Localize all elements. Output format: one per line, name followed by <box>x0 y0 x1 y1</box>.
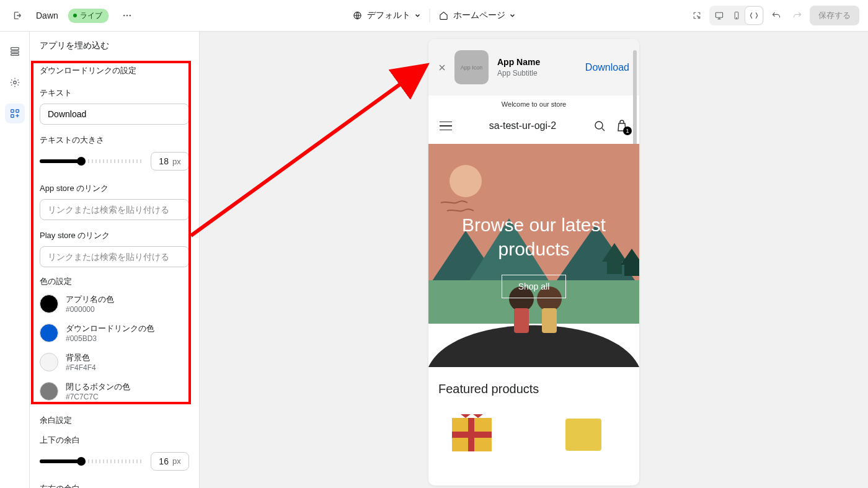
color-name: ダウンロードリンクの色 <box>66 324 154 334</box>
close-icon[interactable] <box>438 64 446 71</box>
settings-icon[interactable] <box>5 73 25 92</box>
topbar-center: デフォルト ホームページ <box>353 9 516 22</box>
theme-name: Dawn <box>36 11 58 20</box>
svg-rect-13 <box>11 115 14 118</box>
left-rail <box>0 32 30 488</box>
live-label: ライブ <box>80 11 102 21</box>
top-bar: Dawn ライブ デフォルト ホームページ <box>0 0 868 32</box>
store-name: sa-test-ur-ogi-2 <box>452 120 593 132</box>
margin-title: 余白設定 <box>30 406 199 428</box>
live-badge: ライブ <box>68 9 108 23</box>
color-name: 閉じるボタンの色 <box>66 382 130 393</box>
svg-point-14 <box>595 122 603 129</box>
margin-tb-unit: px <box>172 456 181 466</box>
svg-rect-11 <box>11 110 14 113</box>
svg-point-10 <box>13 81 16 84</box>
color-hex: #000000 <box>66 305 114 314</box>
swatch-icon <box>40 324 58 342</box>
dl-settings-title: ダウンロードリンクの設定 <box>30 58 199 81</box>
locale-label: デフォルト <box>367 10 410 21</box>
page-label: ホームページ <box>453 10 505 21</box>
live-dot-icon <box>73 14 77 17</box>
hero-content: Browse our latest products Shop all <box>428 144 639 367</box>
product-row <box>428 402 639 467</box>
svg-point-0 <box>123 15 125 17</box>
home-icon <box>439 11 449 20</box>
margin-tb-slider[interactable] <box>40 459 143 463</box>
hero: Browse our latest products Shop all <box>428 144 639 367</box>
main: アプリを埋め込む ダウンロードリンクの設定 テキスト テキストの大きさ 18 p… <box>0 32 868 488</box>
text-size-slider-row: 18 px <box>30 149 199 177</box>
color-hex: #7C7C7C <box>66 393 130 401</box>
hero-cta-button[interactable]: Shop all <box>502 275 567 298</box>
topbar-left: Dawn ライブ <box>9 7 136 24</box>
header-icons: 1 <box>593 119 628 133</box>
mobile-device-button[interactable] <box>728 7 745 24</box>
device-group <box>709 6 764 25</box>
canvas: App Icon App Name App Subtitle Download … <box>200 32 868 488</box>
app-subtitle: App Subtitle <box>497 69 577 78</box>
fullwidth-device-button[interactable] <box>745 7 763 24</box>
desktop-device-button[interactable] <box>711 7 728 24</box>
margin-tb-label: 上下の余白 <box>30 428 199 450</box>
save-button[interactable]: 保存する <box>810 6 859 25</box>
appstore-label: App store のリンク <box>30 177 199 198</box>
chevron-down-icon <box>510 12 516 19</box>
swatch-icon <box>40 353 58 371</box>
svg-point-1 <box>126 15 128 17</box>
settings-sidebar: アプリを埋め込む ダウンロードリンクの設定 テキスト テキストの大きさ 18 p… <box>30 32 200 488</box>
color-row-bg[interactable]: 背景色 #F4F4F4 <box>30 348 199 377</box>
playstore-label: Play store のリンク <box>30 224 199 245</box>
app-text: App Name App Subtitle <box>497 57 577 78</box>
product-thumb[interactable] <box>441 410 503 459</box>
margin-tb-value-box[interactable]: 16 px <box>151 452 189 471</box>
app-embeds-icon[interactable] <box>5 104 25 123</box>
divider <box>430 9 430 22</box>
cart-icon[interactable]: 1 <box>616 119 628 133</box>
color-hex: #005BD3 <box>66 334 154 343</box>
inspector-icon[interactable] <box>688 7 706 24</box>
more-icon[interactable] <box>118 7 136 24</box>
device-frame: App Icon App Name App Subtitle Download … <box>428 39 639 486</box>
svg-rect-8 <box>11 51 19 53</box>
chevron-down-icon <box>415 12 421 19</box>
svg-point-2 <box>129 15 131 17</box>
product-thumb[interactable] <box>552 410 614 459</box>
text-size-value-box[interactable]: 18 px <box>151 152 189 171</box>
globe-icon <box>353 11 363 20</box>
hero-title: Browse our latest products <box>438 213 629 261</box>
svg-rect-9 <box>11 54 19 56</box>
text-size-unit: px <box>172 157 181 166</box>
embed-title: アプリを埋め込む <box>30 32 199 58</box>
playstore-input[interactable] <box>40 246 189 267</box>
color-hex: #F4F4F4 <box>66 363 96 372</box>
undo-icon[interactable] <box>768 7 785 24</box>
text-input[interactable] <box>40 104 189 125</box>
page-selector[interactable]: ホームページ <box>439 10 516 21</box>
color-row-close[interactable]: 閉じるボタンの色 #7C7C7C <box>30 377 199 406</box>
text-size-label: テキストの大きさ <box>30 128 199 149</box>
redo-icon[interactable] <box>789 7 806 24</box>
color-settings-title: 色の設定 <box>30 271 199 290</box>
color-row-download[interactable]: ダウンロードリンクの色 #005BD3 <box>30 319 199 348</box>
text-size-slider[interactable] <box>40 159 143 163</box>
cart-badge: 1 <box>623 126 632 135</box>
download-link[interactable]: Download <box>585 62 629 73</box>
search-icon[interactable] <box>593 120 606 132</box>
swatch-icon <box>40 382 58 401</box>
sections-icon[interactable] <box>5 42 25 61</box>
swatch-icon <box>40 295 58 313</box>
svg-rect-12 <box>16 110 19 113</box>
svg-rect-4 <box>715 12 722 17</box>
featured-title: Featured products <box>428 367 639 402</box>
text-label: テキスト <box>30 81 199 102</box>
exit-icon[interactable] <box>9 7 26 24</box>
topbar-right: 保存する <box>688 6 859 25</box>
margin-lr-label: 左右の余白 <box>30 477 199 488</box>
color-row-appname[interactable]: アプリ名の色 #000000 <box>30 290 199 319</box>
menu-icon[interactable] <box>440 122 452 131</box>
locale-selector[interactable]: デフォルト <box>353 10 421 21</box>
svg-rect-24 <box>468 418 474 451</box>
margin-tb-value: 16 <box>159 456 169 466</box>
appstore-input[interactable] <box>40 199 189 220</box>
